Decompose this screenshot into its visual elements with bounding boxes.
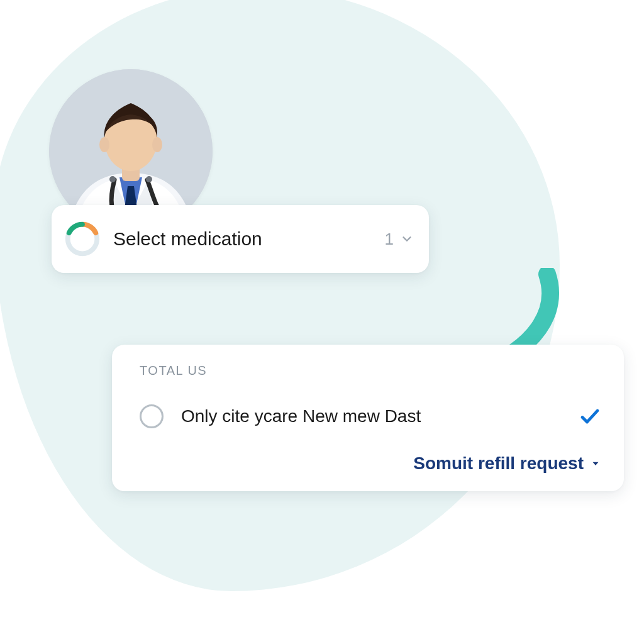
svg-point-4 xyxy=(152,137,162,152)
caret-down-icon xyxy=(590,458,601,469)
refill-request-action[interactable]: Somuit refill request xyxy=(140,453,601,474)
progress-ring-icon xyxy=(63,219,102,258)
refill-request-label: Somuit refill request xyxy=(413,453,584,474)
svg-point-6 xyxy=(109,176,116,182)
check-icon xyxy=(579,405,601,428)
chevron-down-icon xyxy=(400,232,414,246)
select-medication-dropdown[interactable]: Select medication 1 xyxy=(52,205,429,273)
result-card: TOTAL US Only cite ycare New mew Dast So… xyxy=(112,345,624,491)
select-medication-count: 1 xyxy=(385,230,394,249)
option-row[interactable]: Only cite ycare New mew Dast xyxy=(140,404,601,428)
select-medication-label: Select medication xyxy=(113,228,385,250)
svg-point-7 xyxy=(146,176,152,182)
radio-unchecked-icon[interactable] xyxy=(140,404,164,428)
svg-point-3 xyxy=(99,137,109,152)
option-label: Only cite ycare New mew Dast xyxy=(181,406,566,426)
result-card-header: TOTAL US xyxy=(140,364,601,378)
